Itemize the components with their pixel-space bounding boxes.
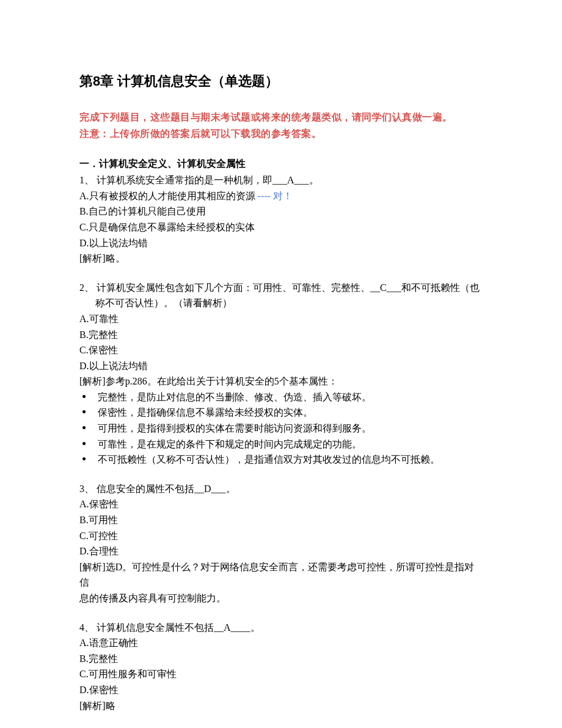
section-header: 一．计算机安全定义、计算机安全属性 (79, 156, 483, 172)
q2-stem-line1: 2、 计算机安全属性包含如下几个方面：可用性、可靠性、完整性、__C___和不可… (79, 280, 483, 296)
q2-bullet-1: 完整性，是防止对信息的不当删除、修改、伪造、插入等破坏。 (79, 389, 483, 405)
chapter-title: 第8章 计算机信息安全（单选题） (79, 70, 483, 92)
q2-bullet-list: 完整性，是防止对信息的不当删除、修改、伪造、插入等破坏。 保密性，是指确保信息不… (79, 389, 483, 468)
q2-bullet-3: 可用性，是指得到授权的实体在需要时能访问资源和得到服务。 (79, 421, 483, 436)
q1-correct-mark: ---- 对！ (255, 191, 293, 201)
q3-stem: 3、 信息安全的属性不包括__D___。 (79, 481, 483, 497)
question-1: 1、 计算机系统安全通常指的是一种机制，即___A___。 A.只有被授权的人才… (79, 172, 483, 267)
q2-stem-line2: 称不可否认性）。（请看解析） (79, 295, 483, 311)
notice-line-1: 完成下列题目，这些题目与期末考试题或将来的统考题类似，请同学们认真做一遍。 (79, 109, 483, 125)
q1-analysis: [解析]略。 (79, 251, 483, 267)
q3-option-b: B.可用性 (79, 512, 483, 528)
q2-option-d: D.以上说法均错 (79, 358, 483, 374)
q2-bullet-5: 不可抵赖性（又称不可否认性），是指通信双方对其收发过的信息均不可抵赖。 (79, 452, 483, 468)
q4-option-a: A.语意正确性 (79, 635, 483, 651)
q3-option-a: A.保密性 (79, 496, 483, 512)
q2-bullet-2: 保密性，是指确保信息不暴露给未经授权的实体。 (79, 405, 483, 421)
q2-option-b: B.完整性 (79, 327, 483, 343)
q1-option-a-text: A.只有被授权的人才能使用其相应的资源 (79, 191, 255, 201)
q2-option-c: C.保密性 (79, 342, 483, 358)
notice-block: 完成下列题目，这些题目与期末考试题或将来的统考题类似，请同学们认真做一遍。 注意… (79, 109, 483, 142)
q3-option-d: D.合理性 (79, 543, 483, 559)
q1-option-b: B.自己的计算机只能自己使用 (79, 204, 483, 219)
q2-analysis-intro: [解析]参考p.286。在此给出关于计算机安全的5个基本属性： (79, 373, 483, 389)
q4-stem: 4、 计算机信息安全属性不包括__A____。 (79, 620, 483, 636)
q1-option-d: D.以上说法均错 (79, 235, 483, 251)
q3-analysis-line1: [解析]选D。可控性是什么？对于网络信息安全而言，还需要考虑可控性，所谓可控性是… (79, 559, 483, 590)
q1-option-a: A.只有被授权的人才能使用其相应的资源 ---- 对！ (79, 188, 483, 204)
q3-analysis-line2: 息的传播及内容具有可控制能力。 (79, 590, 483, 606)
q2-bullet-4: 可靠性，是在规定的条件下和规定的时间内完成规定的功能。 (79, 436, 483, 452)
question-2: 2、 计算机安全属性包含如下几个方面：可用性、可靠性、完整性、__C___和不可… (79, 280, 483, 468)
q4-option-c: C.可用性服务和可审性 (79, 666, 483, 682)
question-3: 3、 信息安全的属性不包括__D___。 A.保密性 B.可用性 C.可控性 D… (79, 481, 483, 606)
q4-option-b: B.完整性 (79, 651, 483, 667)
q3-option-c: C.可控性 (79, 528, 483, 544)
q4-option-d: D.保密性 (79, 682, 483, 698)
q4-analysis: [解析]略 (79, 698, 483, 714)
q2-option-a: A.可靠性 (79, 311, 483, 327)
question-4: 4、 计算机信息安全属性不包括__A____。 A.语意正确性 B.完整性 C.… (79, 620, 483, 714)
q1-stem: 1、 计算机系统安全通常指的是一种机制，即___A___。 (79, 172, 483, 188)
q1-option-c: C.只是确保信息不暴露给未经授权的实体 (79, 219, 483, 235)
notice-line-2: 注意：上传你所做的答案后就可以下载我的参考答案。 (79, 125, 483, 142)
